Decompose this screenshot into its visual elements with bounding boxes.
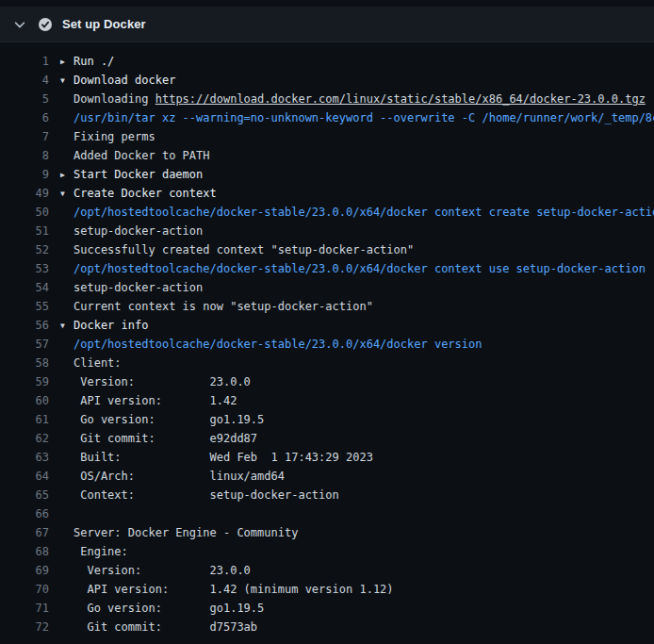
line-number[interactable]: 53 <box>0 259 49 278</box>
group-title: Create Docker context <box>74 187 217 200</box>
log-text: Client: <box>60 354 122 372</box>
log-text: Version: 23.0.0 <box>60 561 251 580</box>
log-line: 71 Go version: go1.19.5 <box>0 599 654 618</box>
log-text: Engine: <box>60 542 128 561</box>
log-text <box>60 504 74 523</box>
line-number[interactable]: 62 <box>0 429 49 448</box>
group-title: Docker info <box>74 319 148 332</box>
log-group-header[interactable]: ▼Create Docker context <box>60 184 217 203</box>
line-number[interactable]: 49 <box>0 184 49 203</box>
step-header[interactable]: Set up Docker <box>0 7 654 42</box>
log-group-header[interactable]: ▶Run ./ <box>60 52 114 71</box>
log-line: 9▶Start Docker daemon <box>0 165 654 184</box>
line-number[interactable]: 1 <box>0 52 49 71</box>
line-number[interactable]: 58 <box>0 354 49 372</box>
line-number[interactable]: 6 <box>0 108 49 127</box>
command-text: /opt/hostedtoolcache/docker-stable/23.0.… <box>60 335 482 354</box>
log-line: 51setup-docker-action <box>0 222 654 240</box>
log-text: Added Docker to PATH <box>60 146 210 165</box>
log-line: 6/usr/bin/tar xz --warning=no-unknown-ke… <box>0 108 654 127</box>
line-number[interactable]: 51 <box>0 222 49 240</box>
workflow-log-page: Set up Docker 1▶Run ./4▼Download docker5… <box>0 0 654 644</box>
line-number[interactable]: 63 <box>0 448 49 467</box>
line-number[interactable]: 69 <box>0 561 49 580</box>
log-line: 61 Go version: go1.19.5 <box>0 410 654 429</box>
triangle-right-icon: ▶ <box>60 53 74 72</box>
log-line: 60 API version: 1.42 <box>0 391 654 410</box>
step-title: Set up Docker <box>62 17 146 31</box>
group-title: Run ./ <box>74 55 114 68</box>
command-text: /opt/hostedtoolcache/docker-stable/23.0.… <box>60 203 654 222</box>
line-number[interactable]: 65 <box>0 486 49 504</box>
log-text: Fixing perms <box>60 127 155 146</box>
command-text: /opt/hostedtoolcache/docker-stable/23.0.… <box>60 259 646 278</box>
line-number[interactable]: 57 <box>0 335 49 354</box>
triangle-right-icon: ▶ <box>60 166 74 185</box>
download-url-link[interactable]: https://download.docker.com/linux/static… <box>155 92 646 106</box>
log-text: Context: setup-docker-action <box>60 486 339 504</box>
log-text-with-link: Downloading https://download.docker.com/… <box>60 90 646 108</box>
log-group-header[interactable]: ▶Start Docker daemon <box>60 165 203 184</box>
line-number[interactable]: 5 <box>0 90 49 108</box>
log-line: 62 Git commit: e92dd87 <box>0 429 654 448</box>
line-number[interactable]: 68 <box>0 542 49 561</box>
log-line: 65 Context: setup-docker-action <box>0 486 654 504</box>
line-number[interactable]: 8 <box>0 146 49 165</box>
log-text: setup-docker-action <box>60 278 203 297</box>
check-circle-icon <box>38 17 53 32</box>
line-number[interactable]: 54 <box>0 278 49 297</box>
log-output: 1▶Run ./4▼Download docker5Downloading ht… <box>0 42 654 636</box>
log-text: Server: Docker Engine - Community <box>60 523 298 542</box>
log-text: API version: 1.42 <box>60 391 237 410</box>
log-text: setup-docker-action <box>60 222 203 240</box>
log-line: 55Current context is now "setup-docker-a… <box>0 297 654 316</box>
line-number[interactable]: 4 <box>0 71 49 90</box>
log-text: OS/Arch: linux/amd64 <box>60 467 285 486</box>
log-line: 49▼Create Docker context <box>0 184 654 203</box>
line-number[interactable]: 67 <box>0 523 49 542</box>
log-group-header[interactable]: ▼Docker info <box>60 316 148 335</box>
log-line: 50/opt/hostedtoolcache/docker-stable/23.… <box>0 203 654 222</box>
triangle-down-icon: ▼ <box>60 185 74 204</box>
log-line: 1▶Run ./ <box>0 52 654 71</box>
log-line: 4▼Download docker <box>0 71 654 90</box>
log-text: API version: 1.42 (minimum version 1.12) <box>60 580 394 599</box>
log-line: 5Downloading https://download.docker.com… <box>0 90 654 108</box>
line-number[interactable]: 9 <box>0 165 49 184</box>
line-number[interactable]: 70 <box>0 580 49 599</box>
log-text: Current context is now "setup-docker-act… <box>60 297 373 316</box>
log-line: 59 Version: 23.0.0 <box>0 372 654 391</box>
log-text: Version: 23.0.0 <box>60 372 251 391</box>
log-text: Downloading <box>74 92 155 106</box>
log-line: 72 Git commit: d7573ab <box>0 618 654 636</box>
chevron-down-icon[interactable] <box>13 18 26 31</box>
log-group-header[interactable]: ▼Download docker <box>60 71 175 90</box>
log-line: 57/opt/hostedtoolcache/docker-stable/23.… <box>0 335 654 354</box>
log-text: Go version: go1.19.5 <box>60 599 264 618</box>
line-number[interactable]: 50 <box>0 203 49 222</box>
triangle-down-icon: ▼ <box>60 317 74 336</box>
line-number[interactable]: 56 <box>0 316 49 335</box>
line-number[interactable]: 52 <box>0 240 49 259</box>
group-title: Download docker <box>74 74 175 87</box>
log-line: 54setup-docker-action <box>0 278 654 297</box>
line-number[interactable]: 61 <box>0 410 49 429</box>
line-number[interactable]: 64 <box>0 467 49 486</box>
top-spacer <box>0 0 654 7</box>
line-number[interactable]: 7 <box>0 127 49 146</box>
log-line: 53/opt/hostedtoolcache/docker-stable/23.… <box>0 259 654 278</box>
log-line: 70 API version: 1.42 (minimum version 1.… <box>0 580 654 599</box>
line-number[interactable]: 55 <box>0 297 49 316</box>
triangle-down-icon: ▼ <box>60 72 74 91</box>
group-title: Start Docker daemon <box>74 168 203 181</box>
log-line: 67Server: Docker Engine - Community <box>0 523 654 542</box>
line-number[interactable]: 71 <box>0 599 49 618</box>
log-line: 56▼Docker info <box>0 316 654 335</box>
log-line: 63 Built: Wed Feb 1 17:43:29 2023 <box>0 448 654 467</box>
log-line: 69 Version: 23.0.0 <box>0 561 654 580</box>
line-number[interactable]: 60 <box>0 391 49 410</box>
line-number[interactable]: 72 <box>0 618 49 636</box>
log-line: 58Client: <box>0 354 654 372</box>
line-number[interactable]: 59 <box>0 372 49 391</box>
line-number[interactable]: 66 <box>0 504 49 523</box>
